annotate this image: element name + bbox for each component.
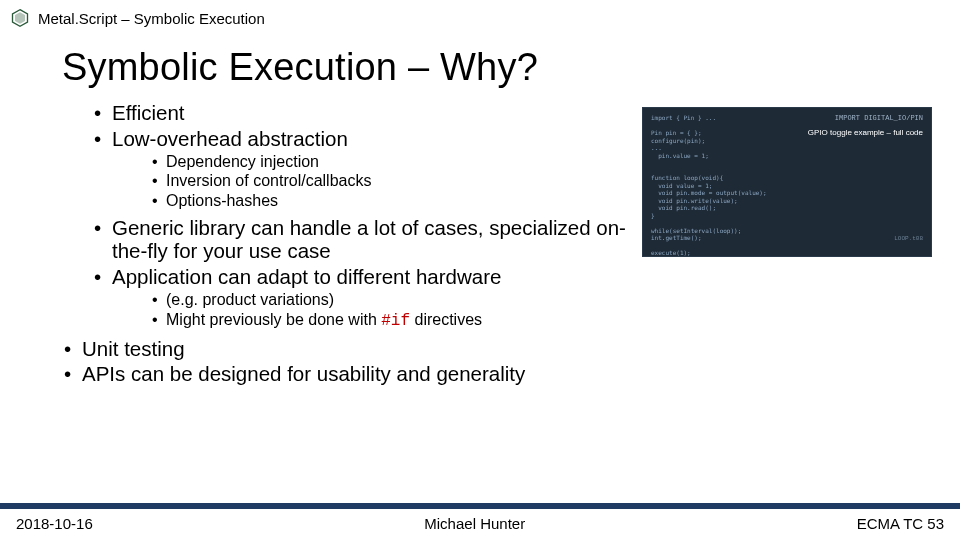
slide-footer: 2018-10-16 Michael Hunter ECMA TC 53 <box>0 503 960 540</box>
bullet-item: Unit testing <box>64 337 634 361</box>
code-thumb-tag: LOOP.t08 <box>894 235 923 243</box>
bullet-item: Application can adapt to different hardw… <box>94 265 634 289</box>
footer-row: 2018-10-16 Michael Hunter ECMA TC 53 <box>0 515 960 540</box>
bullet-subitem: (e.g. product variations) <box>152 290 634 309</box>
bullet-subitem-text: Might previously be done with <box>166 311 381 328</box>
svg-marker-1 <box>15 12 25 24</box>
bullet-subitem: Dependency injection <box>152 152 634 171</box>
slide: Metal.Script – Symbolic Execution Symbol… <box>0 0 960 540</box>
bullet-item: Generic library can handle a lot of case… <box>94 216 634 263</box>
header-title: Metal.Script – Symbolic Execution <box>38 10 265 27</box>
bullet-list: Unit testing APIs can be designed for us… <box>64 337 634 386</box>
bullet-item: Efficient <box>94 101 634 125</box>
code-thumbnail: IMPORT DIGITAL_IO/PIN GPIO toggle exampl… <box>642 107 932 257</box>
footer-date: 2018-10-16 <box>16 515 93 532</box>
bullet-column: Efficient Low-overhead abstraction Depen… <box>94 101 634 388</box>
bullet-subitem-text: directives <box>410 311 482 328</box>
bullet-sublist: (e.g. product variations) Might previous… <box>152 290 634 330</box>
footer-author: Michael Hunter <box>93 515 857 532</box>
inline-code: #if <box>381 312 410 330</box>
bullet-sublist: Dependency injection Inversion of contro… <box>152 152 634 210</box>
code-thumbnail-column: IMPORT DIGITAL_IO/PIN GPIO toggle exampl… <box>634 101 934 388</box>
footer-rule <box>0 503 960 509</box>
code-thumb-header: IMPORT DIGITAL_IO/PIN <box>835 114 923 123</box>
code-thumb-callout: GPIO toggle example – full code <box>808 128 923 138</box>
bullet-subitem: Options-hashes <box>152 191 634 210</box>
slide-title: Symbolic Execution – Why? <box>0 28 960 101</box>
bullet-list: Generic library can handle a lot of case… <box>94 216 634 289</box>
bullet-item: Low-overhead abstraction <box>94 127 634 151</box>
hexagon-logo-icon <box>10 8 30 28</box>
bullet-item: APIs can be designed for usability and g… <box>64 362 634 386</box>
bullet-subitem: Inversion of control/callbacks <box>152 171 634 190</box>
bullet-list: Efficient Low-overhead abstraction <box>94 101 634 150</box>
slide-body: Efficient Low-overhead abstraction Depen… <box>0 101 960 388</box>
footer-org: ECMA TC 53 <box>857 515 944 532</box>
bullet-subitem: Might previously be done with #if direct… <box>152 310 634 331</box>
slide-header: Metal.Script – Symbolic Execution <box>0 0 960 28</box>
